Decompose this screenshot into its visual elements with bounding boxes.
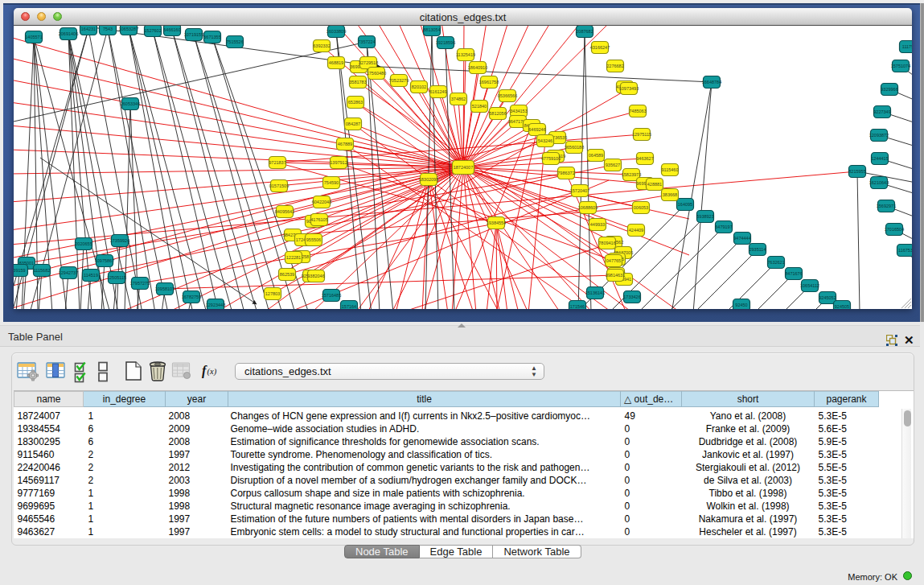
svg-text:4176105: 4176105 (310, 217, 327, 222)
svg-text:7986372: 7986372 (557, 171, 574, 175)
svg-text:2020655: 2020655 (75, 241, 92, 246)
svg-text:127803: 127803 (265, 291, 280, 296)
svg-text:18724007: 18724007 (454, 165, 473, 170)
svg-text:955506: 955506 (306, 237, 321, 242)
svg-text:15751074: 15751074 (891, 64, 910, 68)
svg-text:006053: 006053 (634, 205, 648, 210)
svg-text:383668: 383668 (663, 192, 677, 197)
svg-text:12942737: 12942737 (59, 270, 78, 275)
svg-text:39814631: 39814631 (606, 273, 625, 278)
svg-text:16648784: 16648784 (702, 80, 721, 84)
svg-text:7543: 7543 (103, 27, 113, 31)
svg-text:17957275: 17957275 (130, 281, 150, 286)
svg-text:19218596: 19218596 (436, 40, 455, 45)
svg-text:47759100: 47759100 (541, 156, 561, 161)
svg-text:9115460: 9115460 (661, 167, 678, 172)
svg-text:122281: 122281 (286, 255, 301, 260)
svg-text:6479197: 6479197 (715, 225, 732, 229)
svg-text:449933: 449933 (590, 222, 605, 227)
svg-text:10973493: 10973493 (619, 86, 639, 91)
svg-text:924505: 924505 (835, 304, 849, 309)
svg-text:15136141: 15136141 (585, 290, 605, 295)
svg-text:754590: 754590 (324, 180, 339, 185)
svg-text:70523279: 70523279 (389, 78, 409, 83)
svg-text:15692971: 15692971 (877, 204, 896, 208)
svg-text:17016504: 17016504 (885, 227, 904, 232)
svg-text:(x): (x) (207, 367, 217, 377)
svg-text:26053346: 26053346 (121, 101, 140, 106)
svg-text:05366566: 05366566 (498, 93, 517, 98)
svg-text:8215955: 8215955 (848, 169, 865, 174)
svg-text:5812056: 5812056 (489, 111, 506, 116)
svg-text:16961758: 16961758 (479, 80, 499, 84)
svg-text:424409: 424409 (629, 228, 643, 233)
svg-text:7357224: 7357224 (358, 39, 375, 44)
svg-text:39159: 39159 (14, 268, 26, 273)
svg-text:543246: 543246 (538, 138, 552, 143)
svg-text:16210643: 16210643 (869, 180, 889, 185)
svg-text:467889: 467889 (338, 142, 352, 146)
svg-text:6161249: 6161249 (429, 89, 446, 94)
svg-text:157164: 157164 (342, 304, 356, 309)
svg-text:16033809: 16033809 (326, 29, 346, 34)
svg-text:12093872: 12093872 (869, 133, 889, 138)
svg-text:12923448: 12923448 (206, 303, 225, 307)
svg-text:9721837: 9721837 (269, 160, 285, 165)
svg-text:1244415: 1244415 (871, 156, 888, 161)
svg-text:7809416: 7809416 (598, 241, 615, 245)
svg-text:20691406: 20691406 (59, 31, 78, 36)
svg-text:9245052: 9245052 (819, 295, 836, 300)
svg-text:164095: 164095 (678, 202, 692, 207)
svg-text:1527602: 1527602 (144, 28, 161, 33)
svg-text:862539: 862539 (280, 272, 294, 277)
svg-text:6469246: 6469246 (528, 127, 545, 132)
svg-text:164231: 164231 (81, 27, 96, 31)
svg-text:18640910: 18640910 (468, 65, 487, 70)
svg-text:32729518: 32729518 (359, 60, 378, 65)
svg-text:468819: 468819 (329, 60, 343, 65)
svg-text:9463627: 9463627 (636, 156, 653, 161)
svg-text:084287: 084287 (346, 122, 360, 126)
svg-text:374862: 374862 (451, 97, 466, 101)
svg-text:92450: 92450 (735, 303, 747, 307)
svg-text:7632621: 7632621 (767, 260, 784, 265)
svg-text:36560188: 36560188 (565, 145, 584, 150)
svg-text:10975867: 10975867 (95, 258, 114, 263)
svg-text:6671355: 6671355 (203, 35, 220, 39)
svg-text:9227349: 9227349 (873, 109, 890, 114)
svg-text:114519: 114519 (84, 273, 98, 278)
svg-text:43166247: 43166247 (590, 45, 610, 50)
svg-text:60422048: 60422048 (312, 200, 331, 204)
svg-text:01571509: 01571509 (269, 183, 289, 188)
svg-text:2087682: 2087682 (576, 29, 593, 34)
svg-text:12505115: 12505115 (107, 275, 126, 280)
svg-text:10653287: 10653287 (119, 27, 138, 31)
svg-text:84095642: 84095642 (275, 209, 294, 214)
svg-text:12975115: 12975115 (632, 132, 651, 137)
svg-text:428881: 428881 (647, 182, 662, 187)
svg-text:7515526: 7515526 (226, 39, 243, 44)
svg-text:9329966: 9329966 (881, 87, 897, 92)
svg-text:7485063: 7485063 (629, 109, 646, 113)
svg-text:17359924: 17359924 (110, 238, 129, 243)
svg-text:10654112: 10654112 (800, 283, 819, 288)
svg-text:2276682: 2276682 (606, 64, 623, 68)
svg-text:1115682: 1115682 (34, 268, 51, 273)
svg-text:8471676: 8471676 (785, 271, 802, 276)
svg-text:3434153: 3434153 (510, 109, 527, 113)
svg-text:8813054: 8813054 (423, 27, 440, 32)
svg-text:047765: 047765 (606, 258, 621, 263)
svg-text:15823973: 15823973 (622, 172, 641, 177)
svg-text:1733426: 1733426 (623, 295, 640, 299)
svg-text:521840: 521840 (472, 104, 487, 109)
svg-text:3581783: 3581783 (349, 80, 366, 84)
svg-text:16782759: 16782759 (182, 295, 201, 299)
svg-text:10958107: 10958107 (155, 286, 175, 291)
svg-text:2935114: 2935114 (749, 247, 766, 252)
svg-text:116753: 116753 (898, 248, 912, 253)
svg-text:6392332: 6392332 (313, 43, 330, 48)
svg-text:10719155: 10719155 (184, 32, 203, 37)
svg-text:171546: 171546 (570, 304, 585, 309)
svg-text:5938923: 5938923 (696, 214, 713, 219)
svg-text:064589: 064589 (589, 153, 603, 158)
